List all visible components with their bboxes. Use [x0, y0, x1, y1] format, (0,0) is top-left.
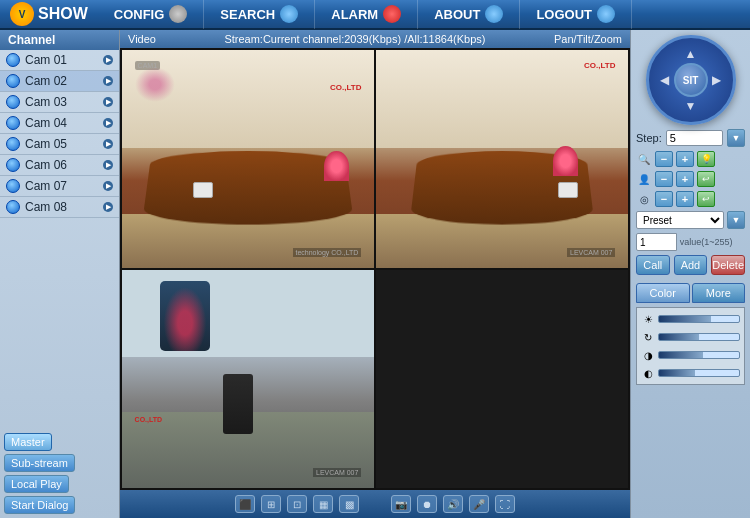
ptz-label-header: Pan/Tilt/Zoom: [554, 33, 622, 45]
preset-delete-button[interactable]: Delete: [711, 255, 745, 275]
step-label: Step:: [636, 132, 662, 144]
cam-status-8: [6, 200, 20, 214]
iris-minus[interactable]: −: [655, 191, 673, 207]
vt-btn-snapshot[interactable]: 📷: [391, 495, 411, 513]
saturation-row: ↻: [641, 330, 740, 344]
cam-item-5[interactable]: Cam 05 ▶: [0, 134, 119, 155]
cam-item-2[interactable]: Cam 02 ▶: [0, 71, 119, 92]
zoom-row: 🔍 − + 💡: [636, 151, 745, 167]
step-dropdown[interactable]: ▼: [727, 129, 745, 147]
cam-status-4: [6, 116, 20, 130]
main-container: Channel Cam 01 ▶ Cam 02 ▶ Cam 03 ▶: [0, 30, 750, 518]
focus-minus[interactable]: −: [655, 171, 673, 187]
hue-slider[interactable]: [658, 369, 740, 377]
iris-plus[interactable]: +: [676, 191, 694, 207]
preset-call-button[interactable]: Call: [636, 255, 670, 275]
left-panel: Channel Cam 01 ▶ Cam 02 ▶ Cam 03 ▶: [0, 30, 120, 518]
nav-alarm[interactable]: ALARM: [315, 0, 418, 29]
cam-item-4[interactable]: Cam 04 ▶: [0, 113, 119, 134]
nav-config[interactable]: CONFIG: [98, 0, 205, 29]
cam-arrow-7[interactable]: ▶: [103, 181, 113, 191]
iris-reset[interactable]: ↩: [697, 191, 715, 207]
saturation-slider[interactable]: [658, 333, 740, 341]
flowers-2: [553, 146, 578, 176]
preset-select[interactable]: Preset: [636, 211, 724, 229]
cam-arrow-2[interactable]: ▶: [103, 76, 113, 86]
step-input[interactable]: [666, 130, 723, 146]
table-1: [142, 151, 354, 225]
speaker-1: [193, 182, 213, 198]
cam-arrow-4[interactable]: ▶: [103, 118, 113, 128]
cam-arrow-5[interactable]: ▶: [103, 139, 113, 149]
cam-status-2: [6, 74, 20, 88]
video-cell-4[interactable]: [376, 270, 628, 488]
video-cell-1[interactable]: CO.,LTD CAM1 technology CO.,LTD: [122, 50, 374, 268]
cam-label-7: Cam 07: [25, 179, 67, 193]
nav-search[interactable]: SEARCH: [204, 0, 315, 29]
vt-btn-4[interactable]: ▦: [313, 495, 333, 513]
cam-status-1: [6, 53, 20, 67]
vt-btn-3[interactable]: ⊡: [287, 495, 307, 513]
substream-button[interactable]: Sub-stream: [4, 454, 75, 472]
scene-conf-2: CO.,LTD LEVCAM 007: [376, 50, 628, 268]
vt-btn-2[interactable]: ⊞: [261, 495, 281, 513]
contrast-row: ◑: [641, 348, 740, 362]
zoom-reset[interactable]: 💡: [697, 151, 715, 167]
color-tab[interactable]: Color: [636, 283, 690, 303]
preset-hint: value(1~255): [677, 233, 745, 251]
preset-add-button[interactable]: Add: [674, 255, 708, 275]
ptz-right[interactable]: ▶: [705, 68, 729, 92]
nav-logout[interactable]: LOGOUT: [520, 0, 632, 29]
preset-action-row: Call Add Delete: [636, 255, 745, 275]
color-more-tabs: Color More: [636, 283, 745, 303]
poster-3: [160, 281, 210, 351]
cam-item-7[interactable]: Cam 07 ▶: [0, 176, 119, 197]
video-cell-3[interactable]: CO.,LTD LEVCAM 007: [122, 270, 374, 488]
scene-conf-1: CO.,LTD CAM1 technology CO.,LTD: [122, 50, 374, 268]
more-tab[interactable]: More: [692, 283, 746, 303]
zoom-minus[interactable]: −: [655, 151, 673, 167]
cam-label-6: Cam 06: [25, 158, 67, 172]
ptz-down[interactable]: ▼: [679, 94, 703, 118]
navbar: V SHOW CONFIG SEARCH ALARM ABOUT LOGOUT: [0, 0, 750, 30]
cam-item-1[interactable]: Cam 01 ▶: [0, 50, 119, 71]
master-button[interactable]: Master: [4, 433, 52, 451]
contrast-slider[interactable]: [658, 351, 740, 359]
local-play-button[interactable]: Local Play: [4, 475, 69, 493]
color-sliders: ☀ ↻ ◑ ◐: [636, 307, 745, 385]
vt-btn-1[interactable]: ⬛: [235, 495, 255, 513]
cam-arrow-8[interactable]: ▶: [103, 202, 113, 212]
cam-item-3[interactable]: Cam 03 ▶: [0, 92, 119, 113]
vt-btn-5[interactable]: ▩: [339, 495, 359, 513]
logo-icon: V: [10, 2, 34, 26]
zoom-plus[interactable]: +: [676, 151, 694, 167]
focus-plus[interactable]: +: [676, 171, 694, 187]
logo-text-2: CO.,LTD: [584, 61, 615, 70]
timestamp-2: LEVCAM 007: [567, 248, 615, 257]
vt-btn-audio[interactable]: 🔊: [443, 495, 463, 513]
cam-arrow-6[interactable]: ▶: [103, 160, 113, 170]
video-header: Video Stream:Current channel:2039(Kbps) …: [120, 30, 630, 48]
cam-item-8[interactable]: Cam 08 ▶: [0, 197, 119, 218]
ptz-left[interactable]: ◀: [653, 68, 677, 92]
speaker-2: [558, 182, 578, 198]
vt-btn-fullscreen[interactable]: ⛶: [495, 495, 515, 513]
video-cell-2[interactable]: CO.,LTD LEVCAM 007: [376, 50, 628, 268]
iris-row: ◎ − + ↩: [636, 191, 745, 207]
focus-reset[interactable]: ↩: [697, 171, 715, 187]
cam-arrow-1[interactable]: ▶: [103, 55, 113, 65]
preset-dropdown[interactable]: ▼: [727, 211, 745, 229]
scene-bottom-3: CO.,LTD LEVCAM 007: [122, 270, 374, 488]
ptz-sit-button[interactable]: SIT: [674, 63, 708, 97]
start-dialog-button[interactable]: Start Dialog: [4, 496, 75, 514]
nav-about[interactable]: ABOUT: [418, 0, 520, 29]
vt-btn-talk[interactable]: 🎤: [469, 495, 489, 513]
step-row: Step: ▼: [636, 129, 745, 147]
alarm-icon: [383, 5, 401, 23]
cam-label-5: Cam 05: [25, 137, 67, 151]
vt-btn-record[interactable]: ⏺: [417, 495, 437, 513]
cam-arrow-3[interactable]: ▶: [103, 97, 113, 107]
cam-item-6[interactable]: Cam 06 ▶: [0, 155, 119, 176]
brightness-slider[interactable]: [658, 315, 740, 323]
preset-number-input[interactable]: [636, 233, 677, 251]
